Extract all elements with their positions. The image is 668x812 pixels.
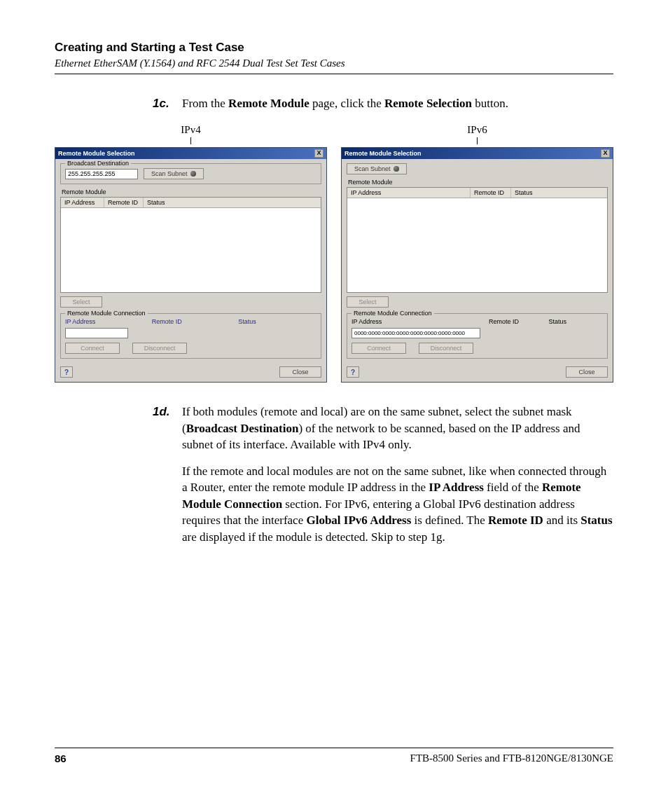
col-remote-id[interactable]: Remote ID — [104, 198, 144, 207]
remote-module-table: IP Address Remote ID Status — [60, 197, 321, 293]
dialog-ipv4: Remote Module Selection X Broadcast Dest… — [55, 147, 327, 383]
tick-mark — [190, 137, 191, 144]
conn-ip-input[interactable] — [65, 328, 128, 338]
remote-module-label: Remote Module — [348, 179, 608, 186]
step-number: 1c. — [153, 95, 182, 111]
col-ip[interactable]: IP Address — [347, 188, 471, 198]
dialog-title-text: Remote Module Selection — [58, 150, 135, 157]
dialog-ipv6: Remote Module Selection X Scan Subnet Re… — [341, 147, 613, 383]
col-ip[interactable]: IP Address — [61, 198, 104, 207]
conn-rid-label: Remote ID — [489, 318, 543, 325]
col-status[interactable]: Status — [511, 188, 607, 198]
dialog-title-text: Remote Module Selection — [345, 150, 422, 157]
step-number: 1d. — [153, 404, 182, 545]
close-button[interactable]: Close — [279, 366, 321, 378]
screenshot-pair: IPv4 Remote Module Selection X Broadcast… — [55, 124, 613, 383]
help-icon[interactable]: ? — [347, 366, 359, 378]
ipv6-label: IPv6 — [467, 124, 487, 136]
ipv4-label: IPv4 — [181, 124, 200, 136]
col-remote-id[interactable]: Remote ID — [471, 188, 511, 198]
conn-status-label: Status — [549, 318, 604, 325]
page-title: Creating and Starting a Test Case — [55, 41, 613, 55]
dialog-titlebar: Remote Module Selection X — [342, 148, 613, 159]
scan-subnet-button[interactable]: Scan Subnet — [347, 163, 407, 174]
conn-ip-input[interactable] — [352, 328, 480, 338]
broadcast-input[interactable] — [65, 169, 138, 179]
conn-rid-label: Remote ID — [152, 318, 230, 325]
select-button[interactable]: Select — [347, 296, 389, 308]
table-body — [347, 198, 607, 292]
step-text: From the Remote Module page, click the R… — [182, 95, 613, 111]
conn-status-label: Status — [238, 318, 316, 325]
close-icon[interactable]: X — [314, 149, 323, 158]
dialog-titlebar: Remote Module Selection X — [55, 148, 326, 159]
disconnect-button[interactable]: Disconnect — [132, 343, 187, 354]
connect-button[interactable]: Connect — [65, 343, 120, 354]
page-number: 86 — [55, 752, 67, 764]
led-icon — [190, 171, 196, 177]
col-status[interactable]: Status — [144, 198, 321, 207]
connection-fieldset: Remote Module Connection IP Address Remo… — [60, 313, 321, 359]
help-icon[interactable]: ? — [60, 366, 73, 378]
table-body — [61, 208, 321, 292]
step-1d: 1d. If both modules (remote and local) a… — [153, 404, 613, 545]
scan-subnet-button[interactable]: Scan Subnet — [144, 168, 204, 179]
page-footer: 86 FTB-8500 Series and FTB-8120NGE/8130N… — [55, 748, 613, 764]
product-line: FTB-8500 Series and FTB-8120NGE/8130NGE — [410, 752, 613, 764]
close-icon[interactable]: X — [601, 149, 610, 158]
divider — [55, 74, 613, 74]
tick-mark — [477, 137, 478, 144]
step-paragraph: If the remote and local modules are not … — [182, 463, 613, 545]
connection-fieldset: Remote Module Connection IP Address Remo… — [347, 313, 608, 359]
conn-ip-label: IP Address — [352, 318, 483, 325]
connect-button[interactable]: Connect — [352, 343, 406, 354]
disconnect-button[interactable]: Disconnect — [419, 343, 473, 354]
page-subtitle: Ethernet EtherSAM (Y.1564) and RFC 2544 … — [55, 57, 613, 69]
conn-ip-label: IP Address — [65, 318, 144, 325]
remote-module-table: IP Address Remote ID Status — [347, 187, 608, 293]
connection-legend: Remote Module Connection — [65, 310, 148, 317]
broadcast-fieldset: Broadcast Destination Scan Subnet — [60, 163, 321, 184]
step-paragraph: If both modules (remote and local) are o… — [182, 404, 613, 453]
remote-module-label: Remote Module — [62, 188, 321, 195]
led-icon — [394, 166, 399, 172]
connection-legend: Remote Module Connection — [352, 310, 434, 317]
select-button[interactable]: Select — [60, 296, 102, 308]
step-1c: 1c. From the Remote Module page, click t… — [153, 95, 613, 111]
close-button[interactable]: Close — [566, 366, 608, 378]
broadcast-legend: Broadcast Destination — [65, 160, 131, 167]
